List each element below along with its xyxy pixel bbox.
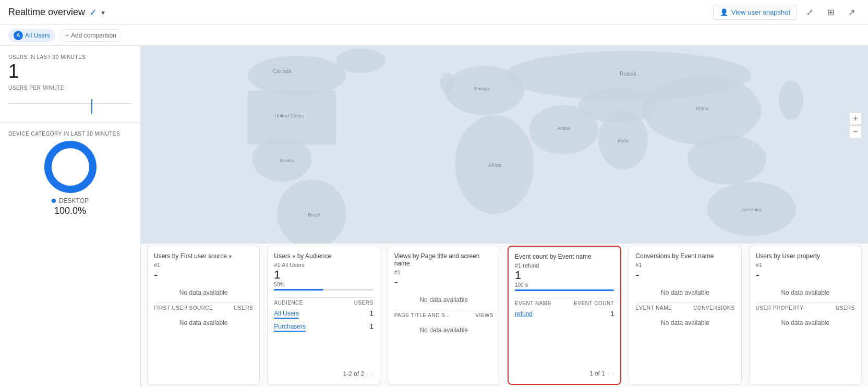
- card-title-text-views: Views by Page title and screen name: [394, 252, 493, 267]
- users-by-audience-card: Users ▾ by Audience #1 All Users 1 50% A…: [267, 246, 380, 385]
- share-button[interactable]: ↗: [843, 4, 860, 21]
- event-pagination: 1 of 1 ‹ ›: [515, 365, 614, 378]
- svg-text:United States: United States: [274, 113, 304, 118]
- view-snapshot-label: View user snapshot: [731, 8, 790, 16]
- top-bar-left: Realtime overview ✓ ▾: [8, 7, 105, 18]
- users-stats-card: USERS IN LAST 30 MINUTES 1 USERS PER MIN…: [0, 46, 140, 123]
- all-users-chip[interactable]: A All Users: [8, 29, 55, 42]
- legend-item-desktop: DESKTOP: [52, 197, 89, 204]
- audience-label-all-users[interactable]: All Users: [274, 310, 299, 319]
- conversions-no-data: No data available: [635, 285, 734, 300]
- property-table-header: USER PROPERTY USERS: [756, 303, 855, 313]
- conversions-table-header: EVENT NAME CONVERSIONS: [635, 303, 734, 313]
- device-label: DEVICE CATEGORY IN LAST 30 MINUTES: [8, 131, 132, 137]
- source-no-data: No data available: [154, 285, 253, 300]
- add-comparison-label: Add comparison: [71, 32, 116, 39]
- audience-pagination: 1-2 of 2 ‹ ›: [274, 366, 373, 378]
- property-table-no-data: No data available: [756, 315, 855, 331]
- device-card: DEVICE CATEGORY IN LAST 30 MINUTES DESKT…: [0, 123, 140, 225]
- views-rank: #1 -: [394, 269, 493, 289]
- expand-button[interactable]: ⤢: [801, 4, 818, 21]
- status-icon: ✓: [89, 7, 97, 18]
- event-value-refund: 1: [611, 310, 614, 318]
- map-zoom-controls: + −: [849, 112, 862, 138]
- conversions-card: Conversions by Event name #1 - No data a…: [629, 246, 741, 385]
- property-rank: #1 -: [756, 262, 855, 282]
- all-users-label: All Users: [25, 32, 50, 39]
- svg-text:China: China: [696, 105, 709, 111]
- svg-point-16: [578, 88, 658, 123]
- views-no-data: No data available: [394, 292, 493, 308]
- zoom-out-button[interactable]: −: [849, 126, 862, 138]
- svg-text:Russia: Russia: [620, 71, 636, 77]
- users-label: USERS IN LAST 30 MINUTES: [8, 54, 132, 60]
- card-title-views: Views by Page title and screen name: [394, 252, 493, 267]
- audience-value-purchasers: 1: [370, 323, 373, 332]
- svg-point-1: [247, 56, 346, 95]
- event-rank: #1 refund 1 100%: [515, 262, 614, 293]
- event-prev-button[interactable]: ‹: [607, 369, 610, 378]
- audience-next-button[interactable]: ›: [371, 370, 373, 378]
- event-next-button[interactable]: ›: [612, 369, 614, 378]
- left-panel: USERS IN LAST 30 MINUTES 1 USERS PER MIN…: [0, 46, 141, 387]
- conversions-rank: #1 -: [635, 262, 734, 282]
- conversions-table-no-data: No data available: [635, 315, 734, 331]
- view-snapshot-button[interactable]: 👤 View user snapshot: [713, 5, 797, 20]
- add-comparison-button[interactable]: + Add comparison: [59, 29, 122, 42]
- donut-chart: [44, 141, 97, 193]
- per-minute-label: USERS PER MINUTE: [8, 85, 132, 91]
- svg-point-11: [688, 135, 767, 185]
- world-map: Canada United States Mexico Brazil Europ…: [141, 46, 868, 244]
- main-content: USERS IN LAST 30 MINUTES 1 USERS PER MIN…: [0, 46, 868, 387]
- map-svg: Canada United States Mexico Brazil Europ…: [141, 46, 868, 244]
- event-label-refund[interactable]: refund: [515, 310, 533, 318]
- card-title-audience-suffix: by Audience: [297, 252, 331, 260]
- card-title-text-property: Users by User property: [756, 252, 820, 260]
- event-count-card: Event count by Event name #1 refund 1 10…: [508, 246, 621, 385]
- audience-label-purchasers[interactable]: Purchasers: [274, 323, 306, 332]
- zoom-in-button[interactable]: +: [849, 112, 862, 125]
- property-no-data: No data available: [756, 285, 855, 300]
- source-rank: #1 -: [154, 262, 253, 282]
- svg-text:Brazil: Brazil: [308, 212, 320, 217]
- bottom-cards: Users by First user source ▾ #1 - No dat…: [141, 244, 868, 387]
- svg-point-14: [336, 49, 386, 73]
- users-by-property-card: Users by User property #1 - No data avai…: [749, 246, 862, 385]
- snapshot-icon: 👤: [720, 8, 728, 16]
- event-table-header: EVENT NAME EVENT COUNT: [515, 298, 614, 308]
- card-title-audience: Users ▾ by Audience: [274, 252, 373, 260]
- filter-bar: A All Users + Add comparison: [0, 25, 868, 46]
- legend-label: DESKTOP: [59, 197, 89, 204]
- audience-progress-fill: [274, 289, 323, 291]
- svg-point-13: [779, 80, 803, 120]
- source-table-no-data: No data available: [154, 315, 253, 331]
- event-progress-fill: [515, 289, 614, 291]
- audience-list: All Users 1 Purchasers 1: [274, 308, 373, 334]
- source-dropdown-icon[interactable]: ▾: [229, 253, 232, 259]
- svg-text:Europe: Europe: [474, 86, 490, 91]
- add-icon: +: [65, 32, 69, 39]
- top-right-actions: 👤 View user snapshot ⤢ ⊞ ↗: [713, 4, 860, 21]
- desktop-percentage: 100.0%: [54, 205, 86, 216]
- audience-dropdown-icon[interactable]: ▾: [293, 253, 295, 259]
- card-title-text-conversions: Conversions by Event name: [635, 252, 714, 260]
- card-title-text-source: Users by First user source: [154, 252, 227, 260]
- audience-row-all-users: All Users 1: [274, 308, 373, 321]
- card-title-property: Users by User property: [756, 252, 855, 260]
- title-dropdown-icon[interactable]: ▾: [101, 8, 105, 17]
- top-bar: Realtime overview ✓ ▾ 👤 View user snapsh…: [0, 0, 868, 25]
- audience-value-all-users: 1: [370, 310, 373, 319]
- users-value: 1: [8, 62, 132, 81]
- svg-text:Arabia: Arabia: [557, 126, 570, 131]
- sparkline: [8, 93, 132, 114]
- event-row-refund: refund 1: [515, 308, 614, 320]
- card-title-users: Users: [274, 252, 290, 260]
- audience-prev-button[interactable]: ‹: [366, 370, 369, 378]
- legend-dot: [52, 199, 56, 203]
- card-title-conversions: Conversions by Event name: [635, 252, 734, 260]
- views-by-page-card: Views by Page title and screen name #1 -…: [388, 246, 500, 385]
- avatar: A: [14, 31, 23, 40]
- page-title: Realtime overview: [8, 7, 85, 18]
- audience-progress-bg: [274, 289, 373, 291]
- grid-button[interactable]: ⊞: [822, 4, 839, 21]
